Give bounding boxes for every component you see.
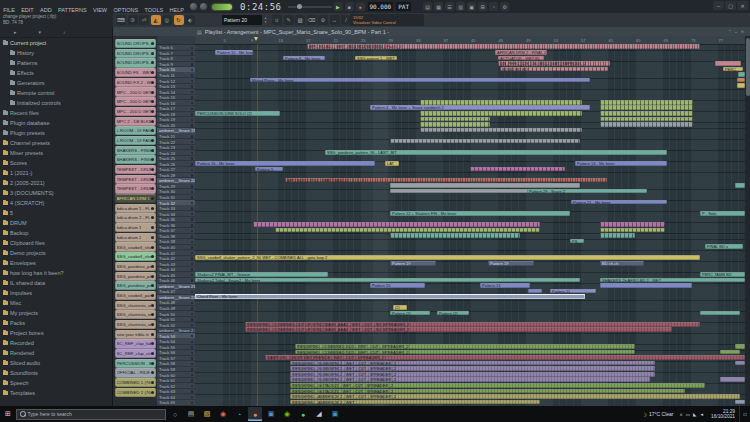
browser-item[interactable]: Initialized controls <box>0 98 112 108</box>
track-row[interactable]: ambient__Snare 20 (2) <box>157 178 195 184</box>
whatsapp-icon[interactable]: ● <box>296 407 310 421</box>
metronome-icon[interactable]: ◭ <box>151 15 161 25</box>
playlist-clip[interactable] <box>600 228 665 233</box>
track-mute-dot[interactable] <box>191 63 194 66</box>
track-mute-dot[interactable] <box>191 119 194 122</box>
pattern-mute-dot[interactable] <box>151 139 154 142</box>
pattern-mute-dot[interactable] <box>151 381 154 384</box>
pattern-mute-dot[interactable] <box>151 91 154 94</box>
track-mute-dot[interactable] <box>191 346 194 349</box>
nvidia-icon[interactable]: ◉ <box>280 407 294 421</box>
pattern-clip-source[interactable]: SOUND DROPS - WET 3 <box>115 58 157 67</box>
track-mute-dot[interactable] <box>191 58 194 61</box>
playlist-clip[interactable]: BD BD BD BD <box>500 67 608 72</box>
playlist-clip[interactable] <box>600 105 693 110</box>
pattern-mute-dot[interactable] <box>151 158 154 161</box>
loop-record-icon[interactable]: ↻ <box>174 15 184 25</box>
pattern-clip-source[interactable]: MPC - 200 D GET AL 3 <box>115 107 157 116</box>
track-row[interactable]: ambient__Snare 22 (2) <box>157 295 195 301</box>
playlist-clip[interactable]: Pattern 19 <box>488 261 534 266</box>
track-mute-dot[interactable] <box>191 74 194 77</box>
track-mute-dot[interactable] <box>191 241 194 244</box>
track-mute-dot[interactable] <box>191 291 194 294</box>
browser-item[interactable]: Current project <box>0 38 112 48</box>
playlist-clip[interactable]: Shakers2 Tribal - Snare2 - Me loner <box>195 278 580 283</box>
playlist-clip[interactable]: RENDERED - AMBIENCE 2 - WET <box>290 400 540 405</box>
playlist-clip[interactable]: RENDERED - COMBINED-OUT OF SYNC WAVE_AAA… <box>245 327 672 332</box>
playlist-clip[interactable]: Pattern 8 - Me loner <box>283 56 325 61</box>
playlist-clip[interactable] <box>253 222 540 227</box>
track-mute-dot[interactable] <box>191 324 194 327</box>
pattern-mute-dot[interactable] <box>151 265 154 268</box>
pattern-clip-source[interactable]: SOUND DROPS - WET 2 <box>115 49 157 58</box>
pattern-mute-dot[interactable] <box>151 246 154 249</box>
pattern-mute-dot[interactable] <box>151 216 154 219</box>
browser-sort-icon[interactable]: ▾ <box>39 29 42 35</box>
track-mute-dot[interactable] <box>191 390 194 393</box>
playlist-clip[interactable] <box>390 183 580 188</box>
playlist-close-icon[interactable]: ✕ <box>741 29 744 34</box>
piano-roll-icon[interactable]: ▦ <box>434 2 443 11</box>
chrome-icon[interactable]: ◉ <box>216 407 230 421</box>
visualizer-panel[interactable]: 19/32 Visualizer Video Control <box>350 14 424 26</box>
pattern-clip-source[interactable]: SSG_cowbell_patt <box>115 291 157 300</box>
pattern-mute-dot[interactable] <box>151 226 154 229</box>
browser-item[interactable]: Recorded <box>0 338 112 348</box>
pattern-clip-source[interactable]: SOUND DROPS - WET <box>115 39 157 48</box>
pattern-mute-dot[interactable] <box>151 342 154 345</box>
main-pitch-knob[interactable] <box>200 3 207 10</box>
track-mute-dot[interactable] <box>191 263 194 266</box>
pattern-clip-source[interactable]: MPC 2 - DB BLKBRY <box>115 117 157 126</box>
track-mute-dot[interactable] <box>191 307 194 310</box>
browser-item[interactable]: Channel presets <box>0 138 112 148</box>
playlist-minimize-icon[interactable]: ⌄ <box>734 29 737 34</box>
pattern-clip-source[interactable]: SSG_clavinista_w 2 <box>115 310 157 319</box>
mouse-settings-icon[interactable]: ◢ <box>312 407 326 421</box>
main-volume-knob[interactable] <box>190 3 197 10</box>
browser-autoplay-icon[interactable]: ♪ <box>63 29 66 35</box>
playlist-clip[interactable] <box>737 83 745 88</box>
playlist-clip[interactable]: Pattern 16 - Me loner <box>195 161 375 166</box>
playlist-clip[interactable]: RENDERED - GOTA 2021 - WET - CUT - SPREA… <box>290 389 685 394</box>
pattern-clip-source[interactable]: OFFICIAL - RIDE <box>115 368 157 377</box>
browser-item[interactable]: Remote control <box>0 88 112 98</box>
pattern-clip-source[interactable]: SHAKERS - FING BIT <box>115 146 157 155</box>
pattern-clip-source[interactable]: SOUND FX - WET (2) <box>115 68 157 77</box>
pattern-mute-dot[interactable] <box>151 333 154 336</box>
pattern-mute-dot[interactable] <box>151 149 154 152</box>
playlist-clip[interactable]: Pattern 11 <box>550 289 596 294</box>
track-mute-dot[interactable] <box>191 202 194 205</box>
playlist-clip[interactable]: MPC BDX 1 2 3 4 - WET - BD1_2 <box>285 178 607 183</box>
volume-icon[interactable]: ◄ <box>700 412 704 417</box>
playlist-clip[interactable]: Pattern 21 - Me loner <box>571 200 667 205</box>
playlist-clip[interactable]: RENDERED - COMBINED-OUT OF SYNC WAVE_AAA… <box>245 322 700 327</box>
step-edit-icon[interactable]: ⬖ <box>185 15 195 25</box>
playlist-clip[interactable]: RENDERED - 90 BB BPM 2 - WET - CUT - SPR… <box>290 361 655 366</box>
close-button[interactable]: ✕ <box>737 1 748 10</box>
track-mute-dot[interactable] <box>191 246 194 249</box>
photos-icon[interactable]: ▣ <box>264 407 278 421</box>
playlist-clip[interactable]: RENDERED - AMBIENCE 2 - WET - CUT - SPRE… <box>290 394 740 399</box>
playlist-clip[interactable]: ACTUATOR - WET 85 <box>498 56 544 61</box>
slip-tool-icon[interactable]: ↔ <box>330 15 340 25</box>
track-mute-dot[interactable] <box>191 207 194 210</box>
browser-item[interactable]: Backup <box>0 228 112 238</box>
pattern-mute-dot[interactable] <box>151 61 154 64</box>
playlist-clip[interactable]: FINAL BD x <box>705 244 743 249</box>
draw-tool-icon[interactable]: ✎ <box>284 15 294 25</box>
playlist-clip[interactable]: P - Solo <box>700 211 745 216</box>
pattern-mute-dot[interactable] <box>151 255 154 258</box>
maximize-button[interactable]: ▢ <box>725 1 736 10</box>
playlist-clip[interactable] <box>600 222 665 227</box>
track-mute-dot[interactable] <box>191 157 194 160</box>
notification-center-icon[interactable]: □ <box>739 406 750 422</box>
cortana-icon[interactable]: ○ <box>168 407 182 421</box>
playlist-clip[interactable]: PERC <box>723 67 743 72</box>
playlist-clip[interactable]: Pattern 13 <box>480 283 530 288</box>
playlist-clip[interactable] <box>420 128 582 133</box>
track-mute-dot[interactable] <box>191 191 194 194</box>
taskbar-clock[interactable]: 21:29 16/10/2021 <box>711 409 735 420</box>
playlist-clip[interactable] <box>700 311 740 316</box>
track-mute-dot[interactable] <box>191 268 194 271</box>
browser-item[interactable]: Speech <box>0 378 112 388</box>
